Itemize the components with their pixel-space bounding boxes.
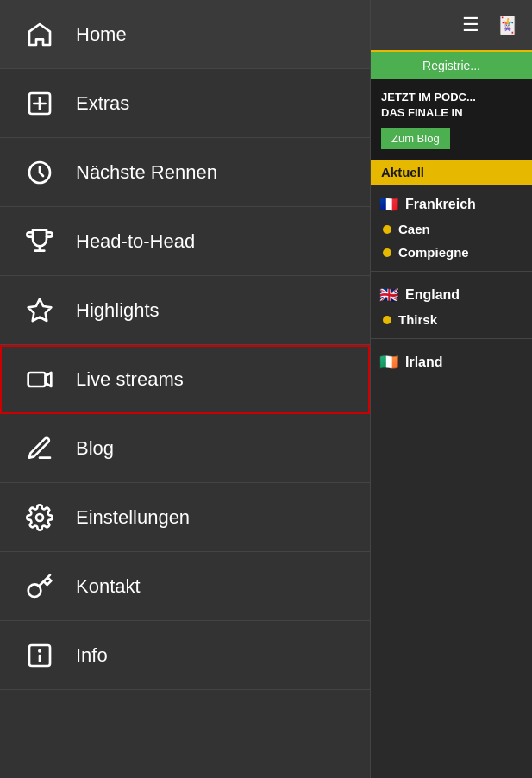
sidebar-label-highlights: Highlights — [76, 299, 160, 322]
extras-icon — [21, 85, 59, 122]
gear-icon — [21, 499, 59, 536]
podcast-text: JETZT IM PODC...DAS FINALE IN — [381, 90, 522, 121]
cards-icon[interactable]: 🃏 — [497, 15, 518, 35]
sidebar-item-kontakt[interactable]: Kontakt — [0, 552, 370, 621]
right-panel: ☰ 🃏 Registrie... JETZT IM PODC...DAS FIN… — [371, 0, 532, 778]
svg-point-9 — [36, 514, 43, 521]
dot-caen — [383, 225, 391, 234]
podcast-banner: JETZT IM PODC...DAS FINALE IN Zum Blog — [371, 79, 532, 160]
register-label: Registrie... — [422, 59, 480, 72]
flag-england: 🇬🇧 — [379, 285, 398, 304]
race-item-compiegne[interactable]: Compiegne — [379, 241, 523, 264]
register-button[interactable]: Registrie... — [371, 52, 532, 79]
sidebar-label-home: Home — [76, 23, 127, 46]
sidebar-label-einstellungen: Einstellungen — [76, 506, 190, 529]
sidebar-item-naechste-rennen[interactable]: Nächste Rennen — [0, 138, 370, 207]
right-header: ☰ 🃏 — [371, 0, 532, 52]
country-header-frankreich: 🇫🇷 Frankreich — [379, 191, 523, 217]
svg-rect-7 — [28, 373, 46, 386]
sidebar-label-live-streams: Live streams — [76, 368, 184, 391]
flag-irland: 🇮🇪 — [379, 353, 398, 372]
country-name-frankreich: Frankreich — [405, 197, 476, 212]
country-header-irland: 🇮🇪 Irland — [379, 349, 523, 375]
race-label-thirsk: Thirsk — [398, 312, 437, 327]
country-section-england: 🇬🇧 England Thirsk — [371, 275, 532, 335]
divider-1 — [371, 271, 532, 272]
trophy-icon — [21, 223, 59, 260]
race-label-compiegne: Compiegne — [398, 245, 469, 260]
sidebar: Home Extras Nächste Rennen Head-to-Head … — [0, 0, 371, 778]
sidebar-label-naechste-rennen: Nächste Rennen — [76, 161, 217, 184]
sidebar-label-head-to-head: Head-to-Head — [76, 230, 195, 253]
dot-compiegne — [383, 248, 391, 257]
aktuell-label: Aktuell — [381, 165, 424, 179]
star-icon — [21, 292, 59, 329]
sidebar-item-info[interactable]: Info — [0, 621, 370, 690]
sidebar-item-home[interactable]: Home — [0, 0, 370, 69]
country-section-frankreich: 🇫🇷 Frankreich Caen Compiegne — [371, 185, 532, 267]
country-name-england: England — [405, 287, 460, 303]
sidebar-item-highlights[interactable]: Highlights — [0, 276, 370, 345]
hamburger-icon[interactable]: ☰ — [462, 14, 479, 36]
race-item-thirsk[interactable]: Thirsk — [379, 308, 523, 331]
svg-marker-6 — [28, 298, 52, 320]
sidebar-label-info: Info — [76, 644, 108, 667]
blog-button[interactable]: Zum Blog — [381, 128, 450, 149]
sidebar-item-einstellungen[interactable]: Einstellungen — [0, 483, 370, 552]
country-name-irland: Irland — [405, 354, 443, 370]
sidebar-label-blog: Blog — [76, 437, 114, 460]
dot-thirsk — [383, 316, 391, 324]
country-section-irland: 🇮🇪 Irland — [371, 342, 532, 379]
home-icon — [21, 16, 59, 53]
pen-icon — [21, 430, 59, 467]
flag-frankreich: 🇫🇷 — [379, 195, 398, 214]
race-item-caen[interactable]: Caen — [379, 217, 523, 241]
sidebar-item-head-to-head[interactable]: Head-to-Head — [0, 207, 370, 276]
sidebar-item-extras[interactable]: Extras — [0, 69, 370, 138]
country-header-england: 🇬🇧 England — [379, 282, 523, 308]
sidebar-item-blog[interactable]: Blog — [0, 414, 370, 483]
key-icon — [21, 568, 59, 605]
clock-icon — [21, 154, 59, 191]
divider-2 — [371, 338, 532, 339]
race-label-caen: Caen — [398, 222, 430, 236]
sidebar-label-kontakt: Kontakt — [76, 575, 141, 598]
video-icon — [21, 361, 59, 398]
info-icon — [21, 637, 59, 674]
aktuell-banner: Aktuell — [371, 160, 532, 185]
svg-marker-8 — [46, 373, 52, 386]
sidebar-label-extras: Extras — [76, 92, 129, 115]
blog-label: Zum Blog — [391, 132, 440, 145]
sidebar-item-live-streams[interactable]: Live streams — [0, 345, 370, 414]
